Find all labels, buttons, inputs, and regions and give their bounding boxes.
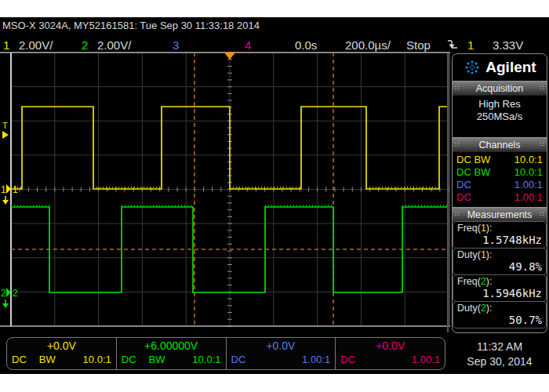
status-ch1-number[interactable]: 1 <box>3 38 9 52</box>
status-ch2-scale[interactable]: 2.00V/ <box>97 38 131 52</box>
brand-header: Agilent <box>453 54 547 81</box>
ch1-offset: +0.0V <box>12 339 111 353</box>
status-trigger-source[interactable]: 1 <box>467 38 474 52</box>
measurement-row: Duty(2): 50.7% <box>453 301 547 328</box>
grip-icon: ∷ <box>537 141 547 148</box>
meas-value: 49.8% <box>457 260 542 273</box>
channel-row: DC 1.00:1 <box>453 179 547 191</box>
ch2-sub-arrow <box>2 303 9 308</box>
ch3-offset: +0.0V <box>231 339 331 353</box>
ch2-offset: +6.00000V <box>122 339 221 353</box>
sample-rate: 250MSa/s <box>453 111 547 123</box>
trigger-level-marker: T <box>2 121 8 130</box>
status-ch2-number[interactable]: 2 <box>82 38 88 52</box>
grip-icon: ∷ <box>537 211 547 218</box>
ch1-sub-arrow <box>2 200 9 205</box>
trigger-time-marker <box>224 53 235 60</box>
ch4-coupling: DC <box>340 353 355 366</box>
status-ch3-number[interactable]: 3 <box>173 38 179 52</box>
brand-name: Agilent <box>485 59 536 76</box>
ch1-coupling: DC <box>12 353 27 366</box>
meas-label-close: ): <box>486 223 493 234</box>
measurements-section-header[interactable]: ∷ Measurements ∷ <box>453 207 547 222</box>
ch2-ground-label: 2 <box>1 288 6 299</box>
ch3-settings-box[interactable]: +0.0V DC 1.00:1 <box>227 338 336 369</box>
meas-label: Freq( <box>457 276 481 287</box>
waveform-display[interactable]: T1122 <box>0 52 450 327</box>
window-title: MSO-X 3024A, MY52161581: Tue Sep 30 11:3… <box>2 20 260 31</box>
ch4-offset: +0.0V <box>340 339 440 353</box>
meas-channel: 1 <box>481 223 486 234</box>
ch1-probe: 10.0:1 <box>83 353 111 366</box>
ch3-probe-ratio: 1.00:1 <box>514 179 543 191</box>
ch4-coupling: DC <box>456 191 471 204</box>
measurement-row: Freq(1): 1.5748kHz <box>453 221 547 249</box>
measurement-row: Duty(1): 49.8% <box>453 248 547 275</box>
meas-label-close: ): <box>486 249 493 260</box>
acquisition-body: High Res 250MSa/s <box>453 96 547 137</box>
grip-icon: ∷ <box>537 85 547 92</box>
ch1-coupling: DC BW <box>456 154 490 166</box>
ch1-probe-ratio: 10.0:1 <box>514 154 543 166</box>
sidebar-info-panel: Agilent ∷ Acquisition ∷ High Res 250MSa/… <box>452 53 547 333</box>
clock: 11:32 AM Sep 30, 2014 <box>452 339 547 369</box>
channels-section-header[interactable]: ∷ Channels ∷ <box>453 137 547 152</box>
channel-row: DC BW 10.0:1 <box>453 166 547 179</box>
date: Sep 30, 2014 <box>452 354 547 369</box>
status-trigger-level[interactable]: 3.33V <box>493 38 523 52</box>
status-delay[interactable]: 0.0s <box>295 38 317 52</box>
meas-label-close: ): <box>486 303 493 314</box>
ch3-coupling: DC <box>231 353 246 366</box>
measurement-row: Freq(2): 1.5946kHz <box>453 274 547 302</box>
ch4-probe: 1.00:1 <box>412 353 440 366</box>
acquisition-mode: High Res <box>453 98 547 111</box>
meas-label: Freq( <box>457 223 481 234</box>
meas-label-close: ): <box>486 276 493 287</box>
meas-label: Duty( <box>457 249 481 260</box>
ch4-probe-ratio: 1.00:1 <box>514 191 543 204</box>
channel-row: DC 1.00:1 <box>453 191 547 204</box>
status-timebase[interactable]: 200.0µs/ <box>345 38 391 52</box>
ch2-bw-limit: BW <box>149 353 165 366</box>
meas-channel: 2 <box>481 276 486 287</box>
ch1-trace-label: 1 <box>13 184 18 195</box>
meas-label: Duty( <box>457 303 481 314</box>
ch1-bw-limit: BW <box>39 353 56 366</box>
trigger-level-arrow <box>2 131 9 139</box>
trigger-falling-edge-icon <box>447 38 458 53</box>
ch4-settings-box[interactable]: +0.0V DC 1.00:1 <box>336 338 445 369</box>
grip-icon: ∷ <box>453 141 462 148</box>
meas-value: 50.7% <box>457 314 542 326</box>
panel-divider[interactable] <box>447 53 449 332</box>
ch3-probe: 1.00:1 <box>302 353 330 366</box>
measurements-title: Measurements <box>462 209 538 220</box>
scope-screen: MSO-X 3024A, MY52161581: Tue Sep 30 11:3… <box>0 17 549 374</box>
graticule[interactable]: T1122 <box>0 52 450 327</box>
meas-channel: 2 <box>481 303 486 314</box>
ch2-coupling: DC BW <box>456 166 490 179</box>
channels-title: Channels <box>462 140 538 151</box>
ch2-trace-label: 2 <box>13 288 18 299</box>
channel-row: DC BW 10.0:1 <box>453 154 547 166</box>
acquisition-section-header[interactable]: ∷ Acquisition ∷ <box>453 81 547 96</box>
agilent-logo-icon <box>463 58 482 77</box>
ch1-settings-box[interactable]: +0.0V DC BW 10.0:1 <box>7 338 117 369</box>
time: 11:32 AM <box>452 339 547 354</box>
measurements-body: Freq(1): 1.5748kHz Duty(1): 49.8% Freq(2… <box>453 221 547 328</box>
grip-icon: ∷ <box>453 211 462 218</box>
status-ch1-scale[interactable]: 2.00V/ <box>19 38 53 52</box>
ch2-settings-box[interactable]: +6.00000V DC BW 10.0:1 <box>117 338 227 369</box>
meas-value: 1.5748kHz <box>457 234 542 246</box>
status-run-state[interactable]: Stop <box>406 38 431 52</box>
channels-body: DC BW 10.0:1 DC BW 10.0:1 DC 1.00:1 DC 1… <box>453 152 547 207</box>
grip-icon: ∷ <box>453 85 462 92</box>
ch2-probe-ratio: 10.0:1 <box>514 166 543 179</box>
channel-settings-bar: +0.0V DC BW 10.0:1 +6.00000V DC BW 10.0:… <box>6 337 445 370</box>
meas-channel: 1 <box>481 249 486 260</box>
acquisition-title: Acquisition <box>462 83 538 94</box>
meas-value: 1.5946kHz <box>457 287 542 299</box>
ch2-coupling: DC <box>122 353 136 366</box>
ch3-coupling: DC <box>456 179 471 191</box>
ch1-ground-label: 1 <box>1 184 6 195</box>
status-ch4-number[interactable]: 4 <box>245 38 251 52</box>
